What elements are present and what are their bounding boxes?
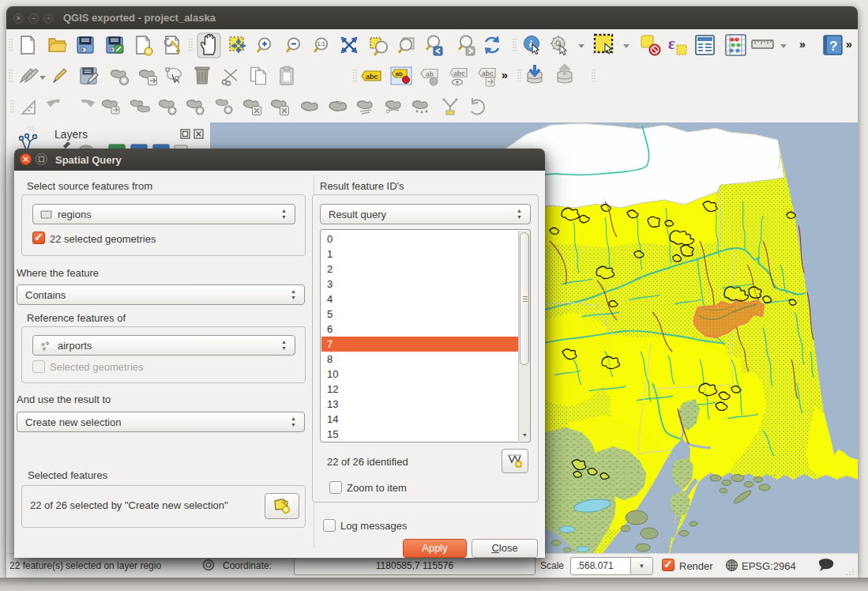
svg-text:i: i (529, 38, 532, 50)
svg-text:ab: ab (426, 70, 434, 78)
svg-text:abc: abc (482, 70, 494, 77)
svg-text:abc: abc (453, 70, 465, 77)
svg-text:ε: ε (668, 35, 675, 52)
svg-text:1:1: 1:1 (318, 41, 325, 47)
svg-text:?: ? (829, 39, 837, 54)
